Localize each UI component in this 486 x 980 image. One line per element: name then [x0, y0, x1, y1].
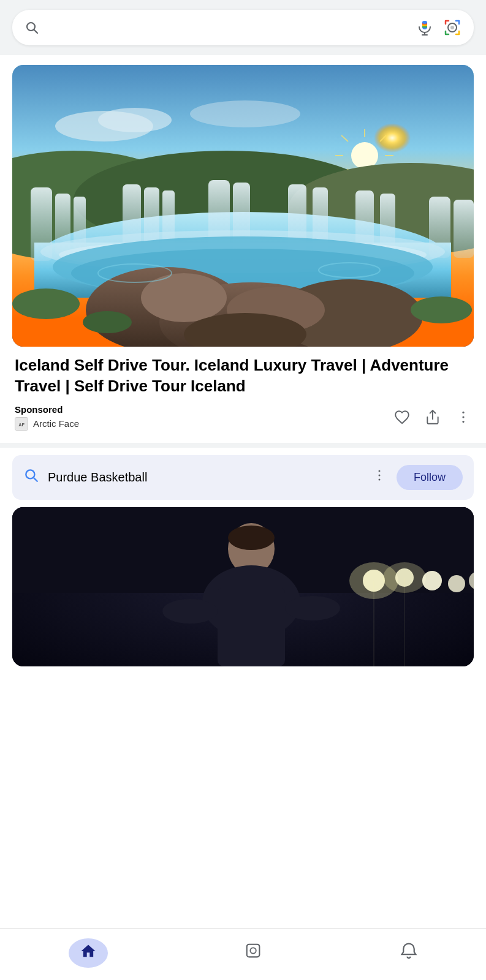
ad-meta-left: Sponsored AF Arctic Face	[15, 404, 79, 431]
svg-point-85	[162, 599, 218, 624]
notifications-icon	[400, 942, 418, 965]
search-nav-icon	[245, 942, 263, 965]
svg-rect-7	[422, 24, 427, 26]
search-input[interactable]	[49, 20, 406, 35]
nav-home-item[interactable]	[69, 938, 108, 968]
more-options-icon[interactable]	[455, 409, 471, 425]
svg-point-10	[450, 26, 454, 29]
basketball-image-container[interactable]	[12, 507, 474, 666]
svg-line-66	[34, 478, 37, 481]
svg-point-77	[448, 575, 465, 592]
share-icon[interactable]	[425, 409, 441, 425]
advertiser-logo: AF	[15, 417, 28, 431]
svg-point-13	[351, 142, 378, 169]
iceland-waterfall-image	[12, 65, 474, 347]
svg-rect-88	[246, 944, 259, 957]
svg-point-51	[12, 288, 80, 319]
nav-search-item[interactable]	[245, 942, 263, 965]
svg-point-87	[228, 526, 275, 550]
home-icon	[80, 943, 97, 964]
advertiser-name: Arctic Face	[33, 418, 79, 429]
topic-more-options-icon[interactable]	[372, 468, 387, 486]
heart-icon[interactable]	[394, 409, 410, 425]
svg-point-68	[378, 475, 380, 477]
section-divider	[0, 443, 486, 448]
svg-point-62	[462, 412, 464, 413]
svg-point-58	[190, 100, 300, 127]
svg-point-76	[422, 571, 442, 590]
svg-line-1	[34, 30, 38, 34]
bottom-navigation	[0, 928, 486, 980]
svg-point-67	[378, 470, 380, 472]
search-bar[interactable]	[12, 10, 474, 45]
advertiser-row: AF Arctic Face	[15, 417, 79, 431]
svg-point-63	[462, 416, 464, 418]
svg-rect-4	[422, 21, 427, 24]
follow-button[interactable]: Follow	[397, 465, 463, 490]
google-lens-icon[interactable]	[443, 18, 461, 37]
svg-point-69	[378, 479, 380, 481]
nav-home-background	[69, 938, 108, 968]
svg-point-52	[411, 296, 472, 323]
microphone-icon[interactable]	[416, 19, 433, 36]
svg-point-57	[98, 108, 172, 132]
svg-rect-40	[454, 200, 474, 258]
basketball-image	[12, 507, 474, 666]
nav-notifications-item[interactable]	[400, 942, 418, 965]
search-bar-container	[0, 0, 486, 55]
ad-image[interactable]	[12, 65, 474, 347]
svg-point-64	[462, 421, 464, 423]
ad-actions	[394, 409, 471, 425]
ad-title: Iceland Self Drive Tour. Iceland Luxury …	[12, 355, 474, 397]
topic-right: Follow	[372, 465, 463, 490]
svg-text:AF: AF	[18, 421, 25, 427]
svg-point-86	[285, 596, 340, 620]
topic-follow-section: Purdue Basketball Follow	[12, 455, 474, 500]
svg-point-89	[250, 948, 256, 953]
ad-card: Iceland Self Drive Tour. Iceland Luxury …	[12, 65, 474, 431]
svg-rect-84	[218, 587, 285, 666]
topic-name: Purdue Basketball	[48, 470, 147, 484]
main-content: Iceland Self Drive Tour. Iceland Luxury …	[0, 65, 486, 666]
topic-left: Purdue Basketball	[23, 467, 147, 487]
topic-search-icon	[23, 467, 39, 487]
svg-point-53	[83, 311, 132, 333]
ad-meta: Sponsored AF Arctic Face	[12, 404, 474, 431]
sponsored-label: Sponsored	[15, 404, 79, 415]
search-icon	[25, 20, 39, 35]
svg-rect-8	[422, 26, 427, 28]
